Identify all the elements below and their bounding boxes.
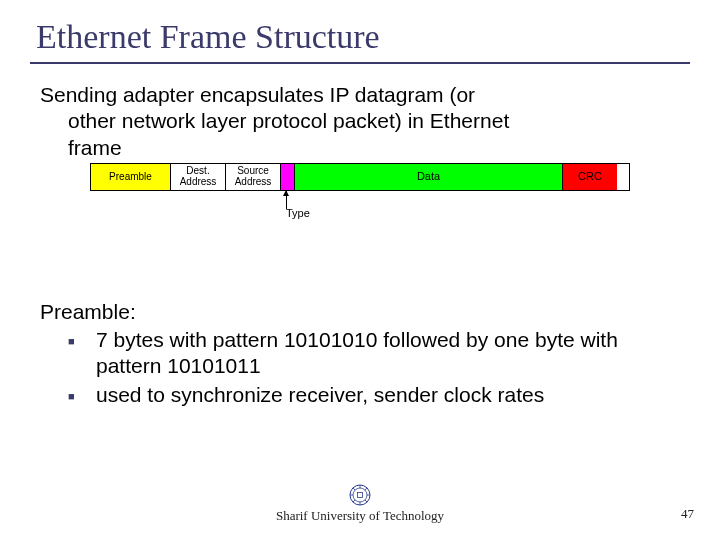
list-item: ■ used to synchronize receiver, sender c… — [40, 382, 680, 408]
type-label: Type — [286, 207, 310, 219]
bullet-text: 7 bytes with pattern 10101010 followed b… — [96, 327, 680, 380]
bullet-list: ■ 7 bytes with pattern 10101010 followed… — [0, 327, 720, 408]
field-type — [281, 164, 295, 190]
bullet-icon: ■ — [68, 382, 96, 404]
page-number: 47 — [681, 506, 694, 522]
intro-line-3: frame — [0, 135, 720, 161]
frame-row: Preamble Dest.Address SourceAddress Data… — [90, 163, 630, 191]
field-data: Data — [295, 164, 563, 190]
title-underline — [30, 62, 690, 64]
intro-line-1: Sending adapter encapsulates IP datagram… — [0, 82, 720, 108]
field-crc: CRC — [563, 164, 617, 190]
field-source-address: SourceAddress — [226, 164, 281, 190]
slide-title: Ethernet Frame Structure — [0, 0, 720, 62]
university-logo-icon — [349, 484, 371, 506]
bullet-text: used to synchronize receiver, sender clo… — [96, 382, 680, 408]
svg-rect-10 — [358, 493, 363, 498]
footer-text: Sharif University of Technology — [276, 508, 444, 523]
svg-line-8 — [353, 500, 355, 502]
svg-line-9 — [365, 488, 367, 490]
intro-line-2: other network layer protocol packet) in … — [0, 108, 720, 134]
svg-line-7 — [365, 500, 367, 502]
field-preamble: Preamble — [91, 164, 171, 190]
bullet-icon: ■ — [68, 327, 96, 349]
preamble-heading: Preamble: — [0, 299, 720, 325]
footer: Sharif University of Technology — [0, 484, 720, 524]
svg-line-6 — [353, 488, 355, 490]
field-dest-address: Dest.Address — [171, 164, 226, 190]
list-item: ■ 7 bytes with pattern 10101010 followed… — [40, 327, 680, 380]
svg-point-1 — [353, 488, 367, 502]
ethernet-frame-diagram: Preamble Dest.Address SourceAddress Data… — [90, 163, 630, 243]
